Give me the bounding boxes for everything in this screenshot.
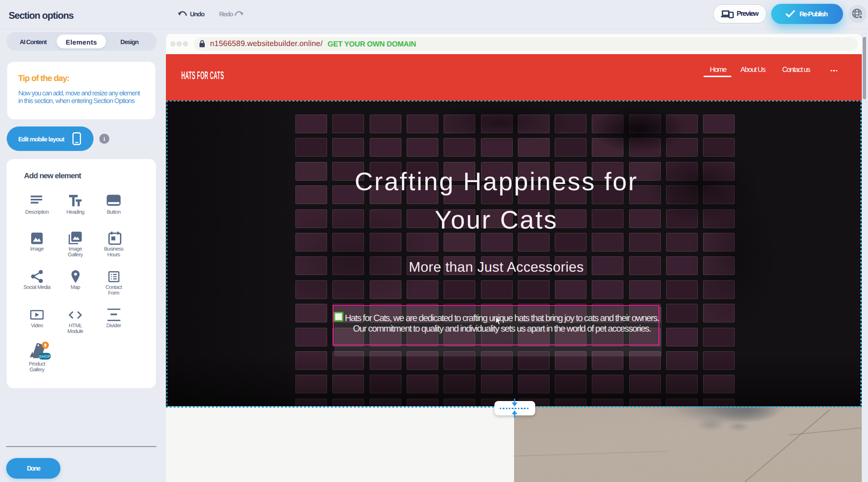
svg-text:SHOP: SHOP bbox=[39, 354, 51, 359]
